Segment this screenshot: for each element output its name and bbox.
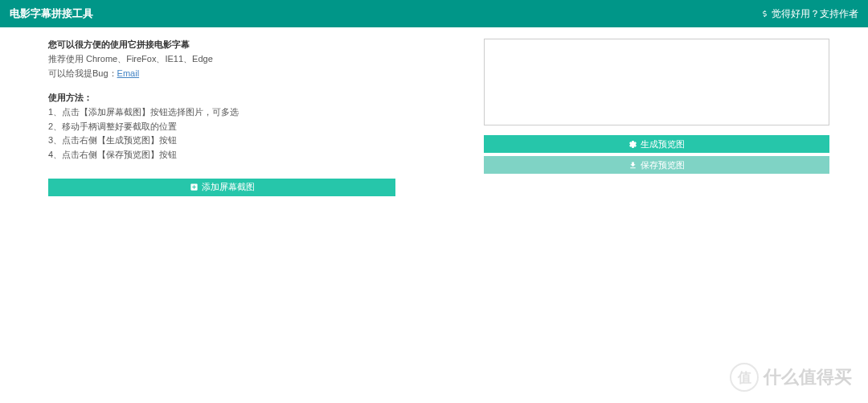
support-author-text: 觉得好用？支持作者 xyxy=(772,7,858,21)
intro-headline: 您可以很方便的使用它拼接电影字幕 xyxy=(48,39,395,51)
add-screenshot-button[interactable]: 添加屏幕截图 xyxy=(48,179,395,196)
intro-bug-prefix: 可以给我提Bug： xyxy=(48,68,117,78)
support-author-link[interactable]: 觉得好用？支持作者 xyxy=(760,7,858,21)
plus-square-icon xyxy=(190,183,199,191)
usage-title: 使用方法： xyxy=(48,92,395,104)
generate-button-label: 生成预览图 xyxy=(641,138,685,150)
app-header: 电影字幕拼接工具 觉得好用？支持作者 xyxy=(0,0,868,27)
app-title: 电影字幕拼接工具 xyxy=(10,6,93,21)
preview-area xyxy=(484,39,829,125)
email-link[interactable]: Email xyxy=(117,68,140,78)
usage-step-3: 3、点击右侧【生成预览图】按钮 xyxy=(48,134,395,148)
save-button-label: 保存预览图 xyxy=(641,159,685,171)
gear-icon xyxy=(628,140,637,149)
save-preview-button[interactable]: 保存预览图 xyxy=(484,156,829,174)
usage-step-4: 4、点击右侧【保存预览图】按钮 xyxy=(48,148,395,162)
left-column: 您可以很方便的使用它拼接电影字幕 推荐使用 Chrome、FireFox、IE1… xyxy=(48,39,395,196)
intro-bug-line: 可以给我提Bug：Email xyxy=(48,67,395,81)
intro-browsers: 推荐使用 Chrome、FireFox、IE11、Edge xyxy=(48,52,395,67)
usage-step-2: 2、移动手柄调整好要截取的位置 xyxy=(48,120,395,134)
add-button-label: 添加屏幕截图 xyxy=(202,181,255,193)
dollar-icon xyxy=(760,10,769,19)
download-icon xyxy=(628,161,637,170)
right-column: 生成预览图 保存预览图 xyxy=(484,39,829,196)
generate-preview-button[interactable]: 生成预览图 xyxy=(484,135,829,153)
usage-step-1: 1、点击【添加屏幕截图】按钮选择图片，可多选 xyxy=(48,105,395,120)
main-container: 您可以很方便的使用它拼接电影字幕 推荐使用 Chrome、FireFox、IE1… xyxy=(32,27,836,208)
